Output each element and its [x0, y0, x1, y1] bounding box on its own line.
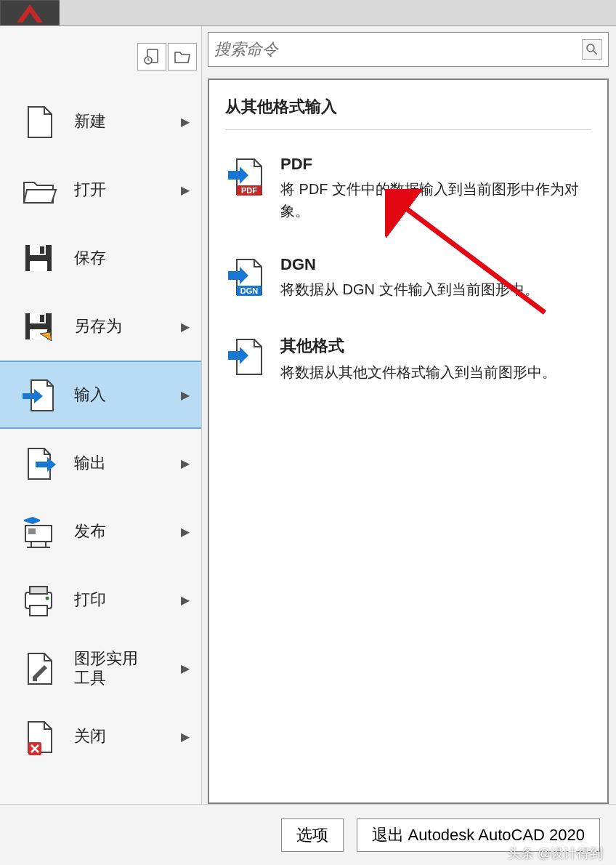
footer: 选项 退出 Autodesk AutoCAD 2020 [0, 804, 616, 865]
chevron-right-icon: ▶ [181, 593, 190, 607]
recent-docs-button[interactable] [137, 43, 166, 71]
submenu-title: 从其他格式输入 [225, 96, 591, 130]
svg-rect-11 [28, 528, 36, 534]
chevron-right-icon: ▶ [181, 183, 190, 197]
svg-rect-19 [33, 677, 37, 681]
menu-item-1[interactable]: 打开 ▶ [0, 156, 201, 224]
menu-label: 新建 [74, 111, 181, 132]
menu-icon [16, 645, 61, 691]
menu-label: 发布 [74, 521, 181, 542]
chevron-right-icon: ▶ [181, 456, 190, 470]
chevron-right-icon: ▶ [181, 730, 190, 744]
svg-rect-4 [30, 261, 47, 271]
menu-icon [16, 99, 61, 144]
menu-item-9[interactable]: 关闭 ▶ [0, 702, 201, 771]
submenu-item-desc: 将数据从 DGN 文件输入到当前图形中。 [280, 278, 590, 300]
svg-rect-17 [30, 606, 47, 616]
svg-rect-16 [30, 587, 47, 594]
menu-label: 另存为 [74, 316, 181, 337]
menu-label: 输出 [74, 453, 181, 473]
search-input[interactable] [214, 40, 582, 59]
submenu-item-pdf[interactable]: PDF PDF 将 PDF 文件中的数据输入到当前图形中作为对象。 [225, 148, 591, 229]
menu-item-6[interactable]: 发布 ▶ [0, 497, 201, 566]
menu-icon [16, 577, 61, 622]
search-box [208, 32, 609, 67]
titlebar [0, 0, 616, 26]
submenu-items: PDF PDF 将 PDF 文件中的数据输入到当前图形中作为对象。 DGN DG… [225, 148, 591, 390]
menu-icon [16, 714, 61, 759]
menu-label: 保存 [74, 248, 194, 268]
pdf-import-icon: PDF [227, 156, 269, 201]
menu-label: 打印 [74, 590, 181, 610]
menu-item-3[interactable]: 另存为 ▶ [0, 292, 201, 361]
menu-label: 输入 [74, 385, 181, 405]
svg-point-21 [587, 44, 594, 52]
options-button[interactable]: 选项 [281, 818, 344, 852]
menu-item-4[interactable]: 输入 ▶ [0, 361, 201, 429]
menu-label: 关闭 [74, 726, 181, 747]
menu-list: 新建 ▶ 打开 ▶ 保存 另存为 ▶ 输入 ▶ 输出 ▶ 发布 ▶ 打印 ▶ 图… [0, 87, 201, 804]
other-import-icon [227, 337, 269, 382]
open-docs-button[interactable] [168, 43, 197, 71]
app-logo[interactable] [0, 0, 60, 25]
dgn-import-icon: DGN [227, 257, 269, 302]
menu-label: 打开 [74, 180, 181, 200]
submenu-item-label: 其他格式 [280, 335, 590, 357]
menu-item-7[interactable]: 打印 ▶ [0, 566, 201, 634]
menu-item-8[interactable]: 图形实用工具 ▶ [0, 634, 201, 702]
app-menu-sidebar: 新建 ▶ 打开 ▶ 保存 另存为 ▶ 输入 ▶ 输出 ▶ 发布 ▶ 打印 ▶ 图… [0, 26, 202, 804]
svg-point-18 [46, 597, 49, 600]
svg-rect-9 [40, 315, 44, 322]
submenu-item-other[interactable]: 其他格式 将数据从其他文件格式输入到当前图形中。 [225, 328, 591, 390]
chevron-right-icon: ▶ [181, 320, 190, 334]
menu-icon [16, 372, 61, 417]
svg-text:PDF: PDF [241, 186, 257, 195]
submenu-item-desc: 将 PDF 文件中的数据输入到当前图形中作为对象。 [280, 178, 590, 222]
menu-item-0[interactable]: 新建 ▶ [0, 87, 201, 156]
svg-line-22 [593, 51, 597, 55]
menu-label: 图形实用工具 [74, 648, 181, 688]
menu-icon [16, 509, 61, 554]
menu-icon [16, 167, 61, 212]
menu-icon [16, 440, 61, 486]
search-icon[interactable] [582, 39, 602, 60]
chevron-right-icon: ▶ [181, 525, 190, 539]
menu-item-2[interactable]: 保存 [0, 224, 201, 292]
submenu-item-label: DGN [280, 255, 590, 274]
submenu-item-dgn[interactable]: DGN DGN 将数据从 DGN 文件输入到当前图形中。 [225, 248, 591, 309]
svg-text:DGN: DGN [240, 286, 259, 295]
chevron-right-icon: ▶ [181, 388, 190, 402]
chevron-right-icon: ▶ [181, 661, 190, 675]
svg-rect-5 [40, 246, 44, 254]
submenu-item-desc: 将数据从其他文件格式输入到当前图形中。 [280, 361, 590, 383]
exit-button[interactable]: 退出 Autodesk AutoCAD 2020 [357, 818, 601, 852]
submenu-item-label: PDF [280, 155, 590, 174]
submenu-panel: 从其他格式输入 PDF PDF 将 PDF 文件中的数据输入到当前图形中作为对象… [208, 79, 609, 804]
menu-icon [16, 236, 61, 281]
menu-item-5[interactable]: 输出 ▶ [0, 429, 201, 497]
menu-icon [16, 304, 61, 349]
chevron-right-icon: ▶ [181, 115, 190, 129]
